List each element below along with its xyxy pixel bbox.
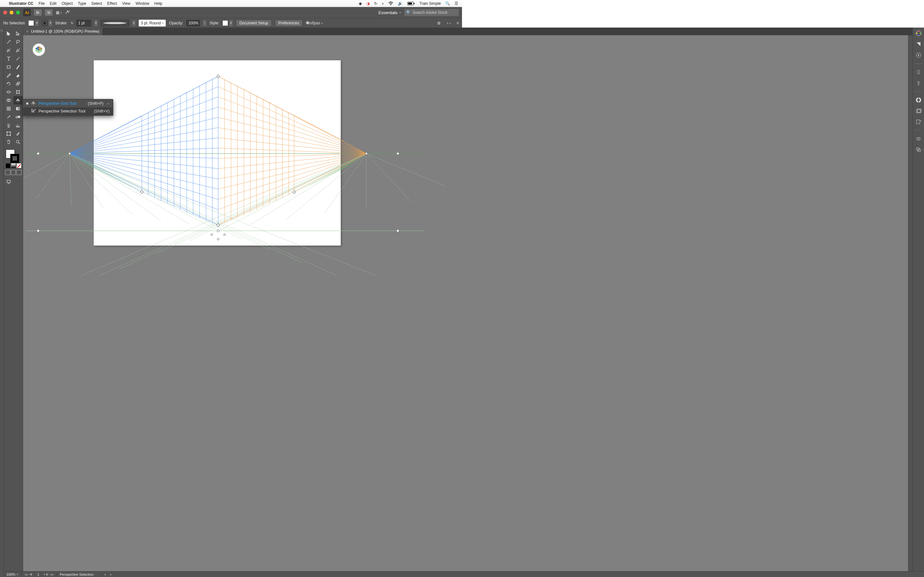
preferences-button[interactable]: Preferences: [275, 19, 303, 27]
eyedropper-tool[interactable]: [4, 113, 13, 121]
left-mini-rail[interactable]: ⟨⟨: [0, 27, 4, 288]
color-solid-button[interactable]: [6, 163, 10, 168]
variable-width-profile[interactable]: [101, 20, 129, 26]
svg-line-110: [218, 153, 367, 189]
bluetooth-icon[interactable]: ᚛: [382, 1, 384, 6]
hand-tool[interactable]: [4, 138, 13, 146]
flyout-item-perspective-selection[interactable]: Perspective Selection Tool (Shift+V): [23, 107, 113, 115]
timemachine-icon[interactable]: ↻: [374, 1, 377, 6]
pen-tool[interactable]: [4, 46, 13, 55]
window-controls: [3, 11, 20, 15]
column-graph-tool[interactable]: [13, 121, 23, 129]
curvature-tool[interactable]: [13, 46, 23, 55]
document-tab[interactable]: × Untitled-1 @ 100% (RGB/GPU Preview): [23, 27, 103, 35]
viewport[interactable]: [23, 35, 462, 288]
bridge-button[interactable]: Br: [34, 9, 42, 16]
stock-button[interactable]: St: [45, 9, 53, 16]
type-tool[interactable]: [4, 55, 13, 63]
menu-help[interactable]: Help: [154, 1, 162, 6]
graphic-style-swatch[interactable]: ▾: [222, 20, 233, 26]
spotlight-icon[interactable]: 🔍: [445, 1, 450, 6]
rotate-tool[interactable]: [4, 79, 13, 88]
shaper-tool[interactable]: [4, 71, 13, 79]
opacity-label: Opacity:: [169, 21, 183, 25]
eraser-tool[interactable]: [13, 71, 23, 79]
shape-builder-tool[interactable]: [4, 96, 13, 105]
menu-type[interactable]: Type: [78, 1, 86, 6]
app-menu[interactable]: Illustrator CC: [9, 1, 33, 6]
stroke-swatch-indicator[interactable]: [10, 154, 19, 163]
control-menu-icon[interactable]: ≡: [457, 21, 459, 25]
right-vanishing-point-handle[interactable]: [365, 152, 368, 155]
volume-icon[interactable]: 🔊: [398, 1, 403, 6]
slice-tool[interactable]: [13, 129, 23, 138]
stroke-swatch-group[interactable]: ▾: [42, 20, 52, 26]
window-zoom-button[interactable]: [16, 11, 20, 15]
mesh-tool[interactable]: [4, 105, 13, 113]
symbol-sprayer-tool[interactable]: [4, 121, 13, 129]
lasso-tool[interactable]: [13, 38, 23, 46]
gpu-icon[interactable]: [65, 10, 70, 15]
menu-edit[interactable]: Edit: [50, 1, 57, 6]
menu-object[interactable]: Object: [61, 1, 73, 6]
zoom-tool[interactable]: [13, 138, 23, 146]
stroke-weight-dropdown[interactable]: ▾: [94, 20, 97, 26]
selection-tool[interactable]: [4, 29, 13, 38]
magic-wand-tool[interactable]: [4, 38, 13, 46]
document-setup-button[interactable]: Document Setup: [236, 19, 271, 27]
grid-move-handle[interactable]: [217, 238, 220, 240]
menu-window[interactable]: Window: [136, 1, 149, 6]
fill-stroke-indicator[interactable]: [4, 149, 23, 163]
cell-size-left-handle[interactable]: [211, 234, 213, 236]
origin-handle[interactable]: [217, 229, 220, 232]
cc-icon[interactable]: ◑: [367, 1, 370, 6]
flyout-item-perspective-grid[interactable]: Perspective Grid Tool (Shift+P) ▸: [23, 100, 113, 107]
arrange-documents-icon[interactable]: ▦ ▾: [56, 10, 62, 15]
menu-file[interactable]: File: [39, 1, 45, 6]
width-tool[interactable]: [4, 88, 13, 96]
menu-view[interactable]: View: [122, 1, 131, 6]
opacity-field[interactable]: 100%: [186, 20, 200, 26]
svg-line-102: [218, 107, 367, 153]
transform-panel-icon[interactable]: ⊞: [437, 21, 441, 25]
artboard-tool[interactable]: [4, 129, 13, 138]
stroke-stepper-icon[interactable]: ⇅: [71, 21, 73, 25]
status-dot-icon[interactable]: ◉: [359, 1, 362, 6]
free-transform-tool[interactable]: [13, 88, 23, 96]
gradient-tool[interactable]: [13, 105, 23, 113]
window-close-button[interactable]: [3, 11, 7, 15]
battery-icon[interactable]: [407, 2, 415, 5]
scale-tool[interactable]: [13, 79, 23, 88]
draw-normal-button[interactable]: [5, 170, 10, 175]
perspective-grid-tool[interactable]: [13, 96, 23, 105]
menu-effect[interactable]: Effect: [107, 1, 117, 6]
stock-search-input[interactable]: 🔍 Search Adobe Stock: [404, 9, 459, 16]
workspace-switcher[interactable]: Essentials ▾: [379, 10, 401, 15]
draw-inside-button[interactable]: [16, 170, 21, 175]
profile-dropdown[interactable]: ▾: [132, 20, 136, 26]
menu-extras-icon[interactable]: ☰: [455, 1, 458, 6]
screen-mode-button[interactable]: [4, 177, 13, 186]
align-panel-icon[interactable]: ⫞ ▾: [446, 21, 451, 25]
close-tab-icon[interactable]: ×: [26, 29, 28, 33]
left-vanishing-point-handle[interactable]: [68, 152, 71, 155]
color-none-button[interactable]: [17, 163, 21, 168]
menu-select[interactable]: Select: [91, 1, 102, 6]
direct-selection-tool[interactable]: [13, 29, 23, 38]
cell-size-right-handle[interactable]: [224, 234, 226, 236]
fill-swatch-group[interactable]: ▾: [28, 20, 39, 26]
blend-tool[interactable]: [13, 113, 23, 121]
align-to-icon[interactable]: �образ ▾: [306, 21, 323, 25]
user-name[interactable]: Train Simple: [419, 1, 441, 6]
line-tool[interactable]: [13, 55, 23, 63]
draw-behind-button[interactable]: [11, 170, 16, 175]
rectangle-tool[interactable]: [4, 63, 13, 71]
brush-definition-dropdown[interactable]: 3 pt. Round▾: [139, 19, 166, 27]
svg-point-13: [19, 93, 19, 93]
wifi-icon[interactable]: [388, 2, 393, 5]
paintbrush-tool[interactable]: [13, 63, 23, 71]
opacity-dropdown[interactable]: ›: [203, 20, 206, 26]
window-minimize-button[interactable]: [10, 11, 13, 15]
color-gradient-button[interactable]: [11, 163, 16, 168]
stroke-weight-field[interactable]: 1 pt: [76, 20, 91, 26]
